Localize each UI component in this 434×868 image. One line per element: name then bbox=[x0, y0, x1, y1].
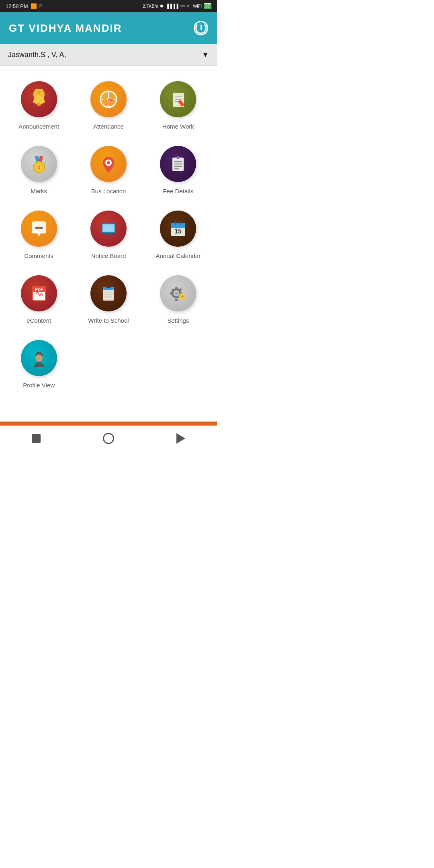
profileview-label: Profile View bbox=[23, 382, 55, 389]
settings-label: Settings bbox=[167, 317, 189, 324]
gear-svg bbox=[168, 283, 188, 304]
comments-label: Comments bbox=[24, 252, 53, 259]
chevron-down-icon: ▼ bbox=[202, 51, 209, 59]
system-nav-bar bbox=[0, 426, 217, 452]
calendar-icon: 15 bbox=[160, 211, 196, 247]
app-title: GT VIDHYA MANDIR bbox=[9, 22, 122, 35]
triangle-icon bbox=[176, 433, 185, 444]
svg-point-34 bbox=[40, 227, 43, 229]
svg-rect-57 bbox=[175, 287, 178, 289]
attendance-label: Attendance bbox=[93, 123, 124, 130]
menu-item-writetoschool[interactable]: Write to School bbox=[74, 268, 143, 333]
status-right: 2.7KB/s ✱ ▐▐▐▐ VoLTE WiFi 87 bbox=[143, 3, 211, 9]
announcement-icon bbox=[21, 81, 57, 117]
menu-item-settings[interactable]: Settings bbox=[143, 268, 213, 333]
menu-item-noticeboard[interactable]: Notice Board bbox=[74, 203, 143, 268]
svg-text:1: 1 bbox=[37, 165, 40, 170]
annualcalendar-label: Annual Calendar bbox=[156, 252, 201, 259]
svg-point-56 bbox=[175, 292, 178, 295]
announcement-label: Announcement bbox=[18, 123, 59, 130]
pin-svg bbox=[98, 154, 119, 174]
attendance-icon bbox=[90, 81, 127, 117]
svg-text:15: 15 bbox=[174, 228, 182, 235]
lte-icon: VoLTE bbox=[180, 4, 191, 8]
menu-item-econtent[interactable]: PDF eContent bbox=[4, 268, 74, 333]
svg-rect-44 bbox=[175, 221, 176, 225]
svg-rect-39 bbox=[105, 235, 112, 236]
econtent-label: eContent bbox=[27, 317, 51, 324]
homework-svg bbox=[168, 89, 188, 110]
svg-rect-31 bbox=[177, 156, 179, 159]
recent-apps-button[interactable] bbox=[29, 431, 44, 446]
buslocation-label: Bus Location bbox=[91, 188, 126, 194]
calendar-svg: 15 bbox=[168, 218, 188, 239]
menu-item-feedetails[interactable]: Fee Details bbox=[143, 139, 213, 203]
svg-point-32 bbox=[35, 227, 38, 229]
status-left: 12:50 PM 🟧 P bbox=[6, 3, 43, 9]
writetoschool-label: Write to School bbox=[88, 317, 129, 324]
econtent-icon: PDF bbox=[21, 275, 57, 311]
menu-item-buslocation[interactable]: Bus Location bbox=[74, 139, 143, 203]
marks-label: Marks bbox=[31, 188, 47, 194]
homework-label: Home Work bbox=[162, 123, 194, 130]
menu-item-attendance[interactable]: Attendance bbox=[74, 74, 143, 139]
svg-point-2 bbox=[37, 103, 41, 106]
menu-item-comments[interactable]: Comments bbox=[4, 203, 74, 268]
settings-icon bbox=[160, 275, 196, 311]
medal-svg: 1 bbox=[29, 154, 49, 174]
profileview-icon bbox=[21, 340, 57, 376]
svg-point-33 bbox=[38, 227, 40, 229]
svg-rect-45 bbox=[180, 221, 181, 225]
svg-rect-59 bbox=[170, 292, 172, 295]
svg-point-64 bbox=[181, 295, 184, 298]
clock-svg bbox=[98, 89, 119, 110]
feedetails-label: Fee Details bbox=[163, 188, 193, 194]
noticeboard-label: Notice Board bbox=[91, 252, 126, 259]
home-button[interactable] bbox=[101, 431, 116, 446]
menu-item-profileview[interactable]: Profile View bbox=[4, 333, 74, 397]
circle-icon bbox=[103, 433, 114, 444]
svg-text:PDF: PDF bbox=[35, 287, 43, 292]
comments-icon bbox=[21, 211, 57, 247]
speed-display: 2.7KB/s bbox=[143, 4, 158, 8]
monitor-svg bbox=[98, 218, 119, 239]
orange-accent-bar bbox=[0, 422, 217, 426]
power-button[interactable] bbox=[194, 21, 208, 35]
sim-icon: 🟧 bbox=[31, 3, 37, 9]
bell-svg bbox=[29, 89, 49, 110]
writetoschool-icon bbox=[90, 275, 127, 311]
back-button[interactable] bbox=[173, 431, 188, 446]
noticeboard-icon bbox=[90, 211, 127, 247]
menu-item-announcement[interactable]: Announcement bbox=[4, 74, 74, 139]
notebook-svg bbox=[98, 283, 119, 304]
svg-point-67 bbox=[35, 354, 43, 362]
signal-icon: ▐▐▐▐ bbox=[166, 4, 178, 8]
svg-rect-53 bbox=[104, 296, 111, 297]
menu-item-marks[interactable]: 1 Marks bbox=[4, 139, 74, 203]
svg-rect-66 bbox=[37, 352, 41, 355]
time-display: 12:50 PM bbox=[6, 3, 28, 9]
menu-item-homework[interactable]: Home Work bbox=[143, 74, 213, 139]
svg-rect-54 bbox=[106, 286, 111, 288]
battery-display: 87 bbox=[204, 3, 211, 9]
p-icon: P bbox=[39, 3, 43, 9]
bluetooth-icon: ✱ bbox=[160, 4, 164, 9]
square-icon bbox=[32, 434, 41, 443]
buslocation-icon bbox=[90, 146, 127, 182]
status-bar: 12:50 PM 🟧 P 2.7KB/s ✱ ▐▐▐▐ VoLTE WiFi 8… bbox=[0, 0, 217, 12]
svg-rect-51 bbox=[104, 292, 113, 293]
profile-svg bbox=[29, 348, 49, 368]
svg-point-3 bbox=[38, 92, 40, 94]
pdf-svg: PDF bbox=[29, 283, 49, 304]
feedetails-icon bbox=[160, 146, 196, 182]
menu-grid: Announcement Attendance bbox=[0, 66, 217, 405]
app-header: GT VIDHYA MANDIR bbox=[0, 12, 217, 44]
svg-rect-52 bbox=[104, 294, 113, 295]
menu-item-annualcalendar[interactable]: 15 Annual Calendar bbox=[143, 203, 213, 268]
student-selector[interactable]: Jaswanth.S , V, A, ▼ bbox=[0, 44, 217, 66]
selected-student: Jaswanth.S , V, A, bbox=[8, 51, 66, 59]
svg-rect-37 bbox=[103, 225, 114, 231]
notepad-svg bbox=[168, 154, 188, 174]
svg-rect-58 bbox=[175, 299, 178, 301]
marks-icon: 1 bbox=[21, 146, 57, 182]
